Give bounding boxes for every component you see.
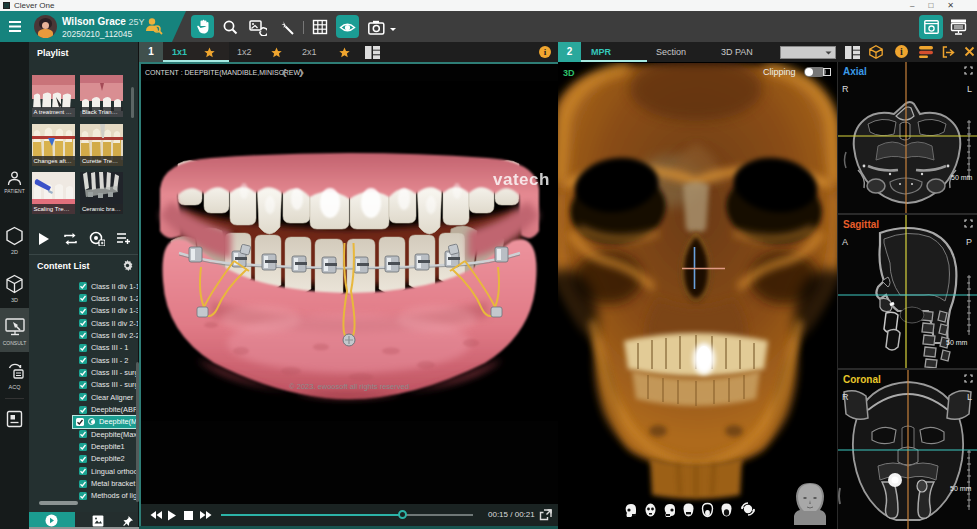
svg-text:50 mm: 50 mm — [946, 339, 968, 346]
svg-text:vatech: vatech — [493, 170, 550, 189]
svg-text:© 2023. ewoosoft all rights re: © 2023. ewoosoft all rights reserved — [289, 382, 409, 391]
svg-text:50 mm: 50 mm — [951, 174, 973, 181]
svg-text:50 mm: 50 mm — [950, 485, 972, 492]
